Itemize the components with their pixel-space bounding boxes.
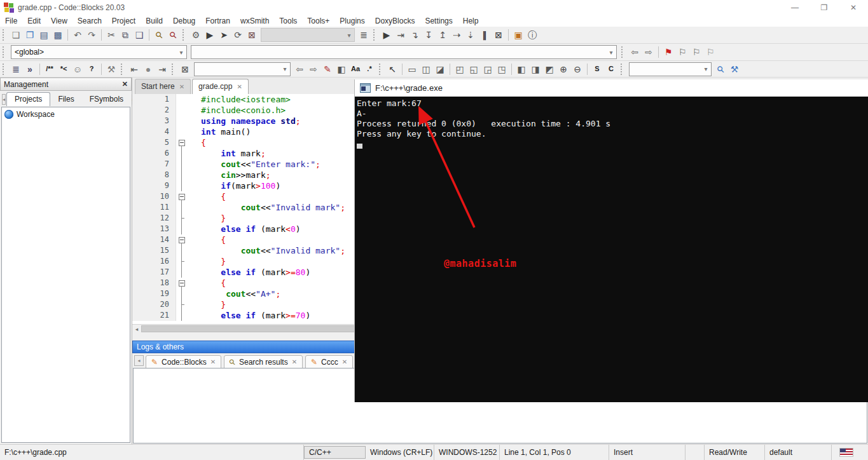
goto-forward-button[interactable]: ⇨ (642, 45, 656, 59)
menu-item-search[interactable]: Search (72, 17, 107, 25)
save-all-button[interactable]: ▩ (51, 28, 65, 42)
chevron-down-icon[interactable]: ▾ (701, 65, 711, 72)
toolbar-grip[interactable] (183, 29, 187, 41)
menu-item-plugins[interactable]: Plugins (334, 17, 369, 25)
cut-button[interactable]: ✂ (104, 28, 118, 42)
next-bookmark-button[interactable]: ⚐ (689, 45, 703, 59)
wxsmith-border-top-button[interactable]: ◰ (453, 62, 467, 76)
debug-continue-button[interactable]: ▶ (380, 28, 394, 42)
fold-collapse-icon[interactable] (179, 140, 185, 146)
management-tab-files[interactable]: Files (50, 93, 81, 106)
menu-item-debug[interactable]: Debug (168, 17, 200, 25)
close-icon[interactable]: ✕ (342, 358, 347, 365)
wxsmith-sizer-button[interactable]: ◫ (419, 62, 433, 76)
menu-item-tools[interactable]: Tools (274, 17, 302, 25)
chevron-down-icon[interactable]: ▾ (280, 65, 290, 72)
match-case-button[interactable]: Aa (348, 62, 362, 76)
abort-build-button[interactable]: ⊠ (245, 28, 259, 42)
wxsmith-align-button[interactable]: ◩ (542, 62, 556, 76)
search-selected-only-button[interactable]: ◧ (334, 62, 348, 76)
toolbar-grip[interactable] (373, 29, 378, 41)
close-icon[interactable]: ✕ (292, 358, 297, 365)
wxsmith-expand-button[interactable]: ◧ (514, 62, 528, 76)
wxsmith-border-left-button[interactable]: ◲ (481, 62, 495, 76)
zoom-out-button[interactable]: ⊖ (570, 62, 584, 76)
fold-margin[interactable] (176, 234, 187, 245)
scrollbar-thumb[interactable] (141, 325, 356, 332)
menu-item-file[interactable]: File (0, 17, 22, 25)
fold-collapse-icon[interactable] (179, 280, 185, 287)
show-build-log-button[interactable]: ≣ (357, 28, 371, 42)
copy-button[interactable]: ⧉ (118, 28, 132, 42)
close-icon[interactable]: ✕ (210, 358, 216, 365)
toolbar-grip[interactable] (121, 64, 125, 75)
toolbar-grip[interactable] (379, 64, 383, 75)
goto-prev-change-button[interactable]: ⇤ (127, 62, 141, 76)
menu-item-doxyblocks[interactable]: DoxyBlocks (370, 17, 420, 25)
minimize-button-icon[interactable]: — (780, 0, 809, 15)
fold-margin[interactable] (176, 191, 187, 202)
management-tab-projects[interactable]: Projects (6, 92, 50, 106)
stop-debugger-button[interactable]: ⊠ (492, 28, 506, 42)
new-file-button[interactable]: ❏ (9, 28, 23, 42)
console-title-bar[interactable]: F:\c+++\grade.exe (355, 79, 868, 97)
toolbar-grip[interactable] (3, 46, 7, 58)
restore-button-icon[interactable]: ❐ (809, 0, 839, 15)
next-instruction-button[interactable]: ⇢ (450, 28, 464, 42)
wxsmith-panel-button[interactable]: ◪ (433, 62, 447, 76)
build-button[interactable]: ⚙ (189, 28, 203, 42)
chevron-down-icon[interactable]: ▾ (344, 32, 354, 39)
menu-item-wxsmith[interactable]: wxSmith (235, 17, 274, 25)
close-button-icon[interactable]: ✕ (839, 0, 868, 15)
fold-margin[interactable] (176, 137, 187, 148)
prev-bookmark-button[interactable]: ⚐ (675, 45, 689, 59)
wxsmith-border-bottom-button[interactable]: ◱ (467, 62, 481, 76)
wxsmith-source-button[interactable]: S (590, 62, 604, 76)
scope-select[interactable]: <global>▾ (11, 45, 187, 59)
wxsmith-pointer-button[interactable]: ↖ (385, 62, 399, 76)
chevron-down-icon[interactable]: ▾ (176, 49, 186, 56)
doxy-help-button[interactable]: ? (85, 62, 99, 76)
menu-item-settings[interactable]: Settings (420, 17, 457, 25)
toolbar-grip[interactable] (3, 29, 7, 41)
tab-scroll-left-icon[interactable]: ◂ (2, 94, 6, 105)
wxsmith-border-right-button[interactable]: ◳ (495, 62, 509, 76)
incsearch-prev-button[interactable]: ⇦ (293, 62, 307, 76)
toolbar-grip[interactable] (172, 64, 176, 75)
logs-tab-cccc[interactable]: ✎Cccc✕ (305, 355, 353, 369)
logs-tab-search-results[interactable]: ⚲Search results✕ (224, 355, 303, 369)
build-and-run-button[interactable]: ➤ (217, 28, 231, 42)
use-regex-button[interactable]: .* (362, 62, 376, 76)
doxy-wizard-button[interactable]: ☺ (71, 62, 85, 76)
redo-button[interactable]: ↷ (85, 28, 99, 42)
goto-back-button[interactable]: ⇦ (628, 45, 642, 59)
incremental-search-input[interactable]: ▾ (194, 62, 291, 76)
wxsmith-stretch-button[interactable]: ◨ (528, 62, 542, 76)
chevron-down-icon[interactable]: ▾ (606, 49, 616, 56)
tab-scroll-left-icon[interactable]: ◂ (134, 355, 144, 366)
run-button[interactable]: ▶ (203, 28, 217, 42)
menu-item-build[interactable]: Build (141, 17, 168, 25)
step-out-button[interactable]: ↥ (436, 28, 450, 42)
close-icon[interactable]: ✕ (179, 83, 184, 90)
current-position-dot[interactable]: ● (141, 62, 155, 76)
paste-button[interactable]: ❑ (132, 28, 146, 42)
editor-tab-grade-cpp[interactable]: grade.cpp✕ (192, 79, 249, 94)
title-bar[interactable]: grade.cpp - Code::Blocks 20.03 —❐✕ (0, 0, 868, 15)
toolbar-grip[interactable] (621, 46, 626, 58)
doxyblocks-extract-button[interactable]: ≣ (9, 62, 23, 76)
fold-collapse-icon[interactable] (179, 237, 185, 243)
undo-button[interactable]: ↶ (71, 28, 85, 42)
doxyblocks-run-button[interactable]: » (23, 62, 37, 76)
toggle-bookmark-button[interactable]: ⚑ (661, 45, 675, 59)
management-panel-header[interactable]: Management ✕ (0, 78, 132, 91)
fold-collapse-icon[interactable] (179, 194, 185, 200)
menu-item-edit[interactable]: Edit (22, 17, 46, 25)
fold-margin[interactable] (176, 278, 187, 288)
next-line-button[interactable]: ↴ (408, 28, 422, 42)
menu-item-project[interactable]: Project (107, 17, 141, 25)
build-target-select[interactable]: ▾ (261, 28, 355, 42)
zoom-in-button[interactable]: ⊕ (556, 62, 570, 76)
workspace-item[interactable]: Workspace (2, 107, 130, 121)
editor-tab-start-here[interactable]: Start here✕ (135, 79, 191, 94)
